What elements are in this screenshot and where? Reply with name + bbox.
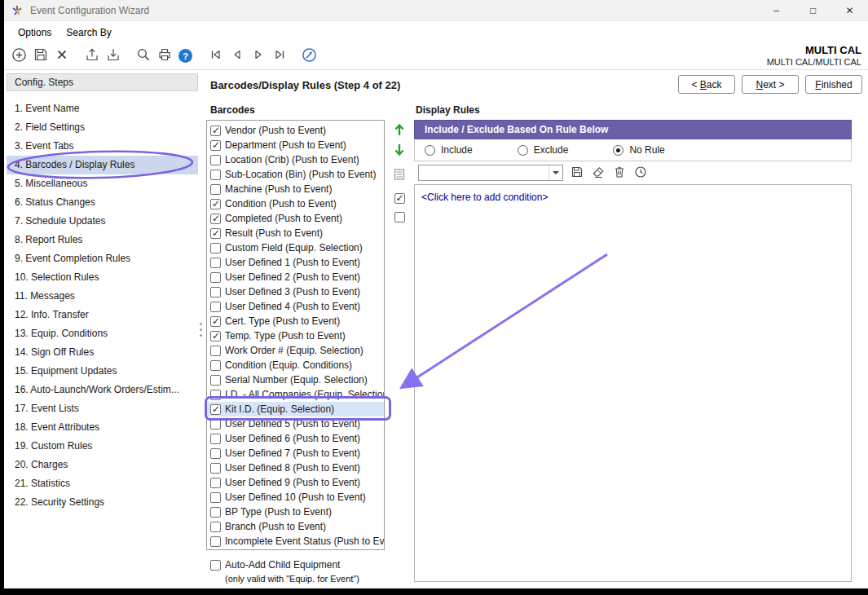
sidebar-item[interactable]: 5. Miscellaneous bbox=[7, 174, 198, 193]
maximize-button[interactable]: □ bbox=[795, 0, 831, 20]
barcode-row[interactable]: Condition (Equip. Conditions) bbox=[207, 358, 384, 372]
barcode-row[interactable]: Completed (Push to Event) bbox=[207, 211, 384, 226]
barcode-checkbox[interactable] bbox=[210, 536, 221, 547]
barcode-row[interactable]: Incomplete Event Status (Push to Even bbox=[207, 534, 384, 549]
barcode-row[interactable]: Kit I.D. (Equip. Selection) bbox=[207, 402, 384, 416]
barcode-checkbox[interactable] bbox=[210, 492, 221, 503]
sidebar-item[interactable]: 17. Event Lists bbox=[7, 399, 198, 418]
sidebar-item[interactable]: 18. Event Attributes bbox=[7, 418, 198, 437]
clear-rule-button[interactable] bbox=[591, 165, 606, 180]
sidebar-item[interactable]: 20. Charges bbox=[7, 456, 198, 474]
barcode-checkbox[interactable] bbox=[210, 228, 221, 239]
menu-search-by[interactable]: Search By bbox=[59, 24, 118, 41]
finished-button[interactable]: Finished bbox=[805, 75, 862, 94]
sidebar-item[interactable]: 22. Security Settings bbox=[7, 493, 198, 512]
go-next-button[interactable] bbox=[248, 46, 268, 66]
details-button[interactable] bbox=[393, 168, 406, 183]
back-button[interactable]: < Back bbox=[678, 75, 735, 94]
barcode-row[interactable]: Sub-Location (Bin) (Push to Event) bbox=[207, 167, 384, 182]
save-rule-button[interactable] bbox=[570, 165, 584, 180]
add-button[interactable] bbox=[9, 46, 29, 66]
barcode-row[interactable]: BP Type (Push to Event) bbox=[207, 505, 384, 519]
barcode-checkbox[interactable] bbox=[210, 419, 221, 430]
sidebar-item[interactable]: 8. Report Rules bbox=[7, 231, 198, 249]
barcode-row[interactable]: Temp. Type (Push to Event) bbox=[207, 328, 384, 343]
barcode-checkbox[interactable] bbox=[210, 522, 221, 532]
barcode-row[interactable]: Custom Field (Equip. Selection) bbox=[207, 240, 384, 255]
barcode-row[interactable]: Result (Push to Event) bbox=[207, 226, 384, 240]
barcode-checkbox[interactable] bbox=[210, 434, 221, 444]
close-button[interactable]: ✕ bbox=[831, 0, 868, 20]
sidebar-item[interactable]: 2. Field Settings bbox=[7, 118, 198, 137]
barcode-checkbox[interactable] bbox=[210, 360, 221, 371]
rule-combobox[interactable] bbox=[418, 165, 563, 181]
barcode-row[interactable]: User Defined 2 (Push to Event) bbox=[207, 270, 384, 284]
sidebar-item[interactable]: 14. Sign Off Rules bbox=[7, 343, 198, 362]
auto-add-checkbox[interactable] bbox=[210, 560, 221, 571]
barcode-checkbox[interactable] bbox=[210, 170, 221, 180]
sidebar-item[interactable]: 9. Event Completion Rules bbox=[7, 249, 198, 268]
barcode-checkbox[interactable] bbox=[210, 287, 221, 298]
sidebar-item[interactable]: 15. Equipment Updates bbox=[7, 362, 198, 381]
barcode-row[interactable]: User Defined 7 (Push to Event) bbox=[207, 446, 384, 461]
go-last-button[interactable] bbox=[269, 46, 289, 66]
chevron-down-icon[interactable] bbox=[549, 165, 562, 180]
barcode-row[interactable]: User Defined 10 (Push to Event) bbox=[207, 490, 384, 505]
barcode-checkbox[interactable] bbox=[210, 184, 221, 195]
barcode-checkbox[interactable] bbox=[210, 214, 221, 224]
barcode-checkbox[interactable] bbox=[210, 375, 221, 386]
barcode-row[interactable]: Branch (Push to Event) bbox=[207, 519, 384, 534]
barcode-row[interactable]: Serial Number (Equip. Selection) bbox=[207, 372, 384, 387]
barcode-checkbox[interactable] bbox=[210, 331, 221, 342]
go-first-button[interactable] bbox=[205, 46, 226, 66]
splitter-handle[interactable] bbox=[200, 323, 202, 337]
barcode-checkbox[interactable] bbox=[210, 199, 221, 209]
sidebar-item[interactable]: 13. Equip. Conditions bbox=[7, 324, 198, 343]
move-down-button[interactable] bbox=[393, 143, 406, 160]
sidebar-item[interactable]: 4. Barcodes / Display Rules bbox=[7, 156, 198, 174]
barcode-row[interactable]: User Defined 1 (Push to Event) bbox=[207, 255, 384, 270]
barcode-checkbox[interactable] bbox=[210, 390, 221, 400]
barcode-checkbox[interactable] bbox=[210, 258, 221, 268]
barcode-row[interactable]: User Defined 8 (Push to Event) bbox=[207, 461, 384, 475]
barcode-row[interactable]: Machine (Push to Event) bbox=[207, 182, 384, 196]
move-up-button[interactable] bbox=[393, 122, 406, 139]
import-button[interactable] bbox=[103, 46, 123, 66]
rule-radio[interactable]: Include bbox=[425, 144, 473, 156]
menu-options[interactable]: Options bbox=[11, 24, 59, 41]
sidebar-item[interactable]: 19. Custom Rules bbox=[7, 437, 198, 456]
next-button[interactable]: Next > bbox=[742, 75, 799, 94]
delete-button[interactable] bbox=[51, 46, 72, 66]
go-previous-button[interactable] bbox=[227, 46, 247, 66]
sidebar-item[interactable]: 3. Event Tabs bbox=[7, 137, 198, 156]
add-condition-link[interactable]: <Click here to add condition> bbox=[421, 192, 548, 203]
barcode-row[interactable]: I.D. - All Companies (Equip. Selection) bbox=[207, 387, 384, 402]
delete-rule-button[interactable] bbox=[612, 165, 627, 180]
barcode-row[interactable]: Department (Push to Event) bbox=[207, 138, 384, 152]
barcode-row[interactable]: Work Order # (Equip. Selection) bbox=[207, 343, 384, 358]
print-button[interactable] bbox=[154, 46, 174, 66]
check-all-button[interactable] bbox=[394, 193, 405, 204]
sidebar-item[interactable]: 10. Selection Rules bbox=[7, 268, 198, 287]
barcode-row[interactable]: User Defined 5 (Push to Event) bbox=[207, 416, 384, 431]
barcode-row[interactable]: Cert. Type (Push to Event) bbox=[207, 314, 384, 328]
sidebar-item[interactable]: 16. Auto-Launch/Work Orders/Estim... bbox=[7, 381, 198, 399]
barcode-checkbox[interactable] bbox=[210, 302, 221, 312]
barcode-checkbox[interactable] bbox=[210, 155, 221, 165]
barcode-checkbox[interactable] bbox=[210, 507, 221, 518]
barcode-row[interactable]: User Defined 4 (Push to Event) bbox=[207, 299, 384, 314]
sidebar-item[interactable]: 6. Status Changes bbox=[7, 193, 198, 212]
search-button[interactable] bbox=[133, 46, 153, 66]
barcode-row[interactable]: User Defined 3 (Push to Event) bbox=[207, 284, 384, 299]
navigate-button[interactable] bbox=[299, 46, 319, 66]
barcode-checkbox[interactable] bbox=[210, 243, 221, 253]
sidebar-item[interactable]: 7. Schedule Updates bbox=[7, 212, 198, 231]
barcode-row[interactable]: User Defined 9 (Push to Event) bbox=[207, 475, 384, 490]
barcode-checkbox[interactable] bbox=[210, 346, 221, 356]
save-button[interactable] bbox=[30, 46, 51, 66]
barcode-row[interactable]: Condition (Push to Event) bbox=[207, 196, 384, 211]
barcode-checkbox[interactable] bbox=[210, 478, 221, 488]
rule-radio[interactable]: Exclude bbox=[518, 144, 569, 156]
auto-add-child-equipment[interactable]: Auto-Add Child Equipment bbox=[210, 559, 340, 571]
uncheck-all-button[interactable] bbox=[394, 212, 405, 223]
